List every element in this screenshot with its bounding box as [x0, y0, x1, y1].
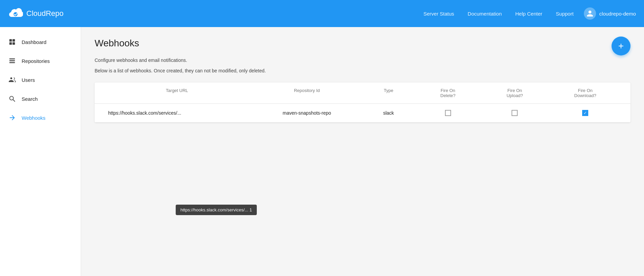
cell-fire-on-delete: [415, 110, 481, 116]
user-menu[interactable]: cloudrepo-demo: [584, 7, 636, 20]
repositories-icon: [8, 57, 16, 65]
sidebar-item-users[interactable]: Users: [0, 70, 81, 89]
cell-repository-id: maven-snapshots-repo: [251, 110, 363, 116]
col-fire-on-delete: Fire OnDelete?: [415, 88, 481, 98]
cell-fire-on-download: [548, 110, 622, 116]
svg-rect-5: [9, 59, 15, 60]
svg-line-10: [13, 100, 15, 102]
col-repository-id: Repository Id: [251, 88, 363, 98]
app-body: Dashboard Repositories Us: [0, 27, 644, 276]
sidebar-label-search: Search: [22, 96, 38, 102]
nav-server-status[interactable]: Server Status: [423, 11, 454, 17]
add-icon: +: [618, 41, 624, 51]
table-row: https://hooks.slack.com/services/... mav…: [95, 104, 630, 122]
col-fire-on-download: Fire OnDownload?: [548, 88, 622, 98]
cloud-logo-icon: [8, 7, 23, 20]
search-icon: [8, 95, 16, 103]
users-icon: [8, 76, 16, 84]
sidebar-item-repositories[interactable]: Repositories: [0, 51, 81, 70]
logo-link[interactable]: CloudRepo: [8, 7, 64, 20]
page-title: Webhooks: [95, 38, 630, 49]
svg-rect-2: [13, 39, 15, 42]
main-content: Webhooks + Configure webhooks and email …: [81, 27, 644, 276]
col-target-url: Target URL: [103, 88, 251, 98]
sidebar-label-webhooks: Webhooks: [22, 115, 46, 121]
svg-point-8: [10, 77, 13, 79]
col-fire-on-upload: Fire OnUpload?: [481, 88, 548, 98]
nav-support[interactable]: Support: [556, 11, 574, 17]
svg-rect-6: [9, 60, 15, 61]
svg-point-9: [10, 96, 14, 100]
webhooks-table: Target URL Repository Id Type Fire OnDel…: [95, 83, 630, 122]
add-webhook-button[interactable]: +: [612, 37, 630, 55]
sidebar-label-repositories: Repositories: [22, 58, 50, 64]
checkbox-fire-on-download[interactable]: [582, 110, 588, 116]
cell-fire-on-upload: [481, 110, 548, 116]
svg-rect-3: [9, 42, 12, 45]
svg-rect-4: [13, 42, 15, 45]
checkbox-fire-on-upload[interactable]: [512, 110, 518, 116]
checkbox-fire-on-delete[interactable]: [445, 110, 451, 116]
sidebar: Dashboard Repositories Us: [0, 27, 81, 276]
col-type: Type: [363, 88, 415, 98]
sidebar-item-search[interactable]: Search: [0, 89, 81, 108]
sidebar-item-dashboard[interactable]: Dashboard: [0, 32, 81, 51]
cell-type: slack: [363, 110, 415, 116]
main-nav: Server Status Documentation Help Center …: [423, 11, 573, 17]
sidebar-item-webhooks[interactable]: Webhooks: [0, 108, 81, 127]
user-avatar-icon: [584, 7, 596, 20]
app-header: CloudRepo Server Status Documentation He…: [0, 0, 644, 27]
svg-rect-7: [9, 62, 15, 63]
nav-help-center[interactable]: Help Center: [515, 11, 542, 17]
dashboard-icon: [8, 38, 16, 46]
nav-documentation[interactable]: Documentation: [468, 11, 502, 17]
tooltip-text: https://hooks.slack.com/services/... 1: [180, 207, 252, 212]
cell-target-url: https://hooks.slack.com/services/...: [103, 110, 251, 116]
username-label: cloudrepo-demo: [599, 11, 636, 17]
logo-text: CloudRepo: [26, 9, 64, 18]
description-1: Configure webhooks and email notificatio…: [95, 57, 630, 64]
sidebar-label-users: Users: [22, 77, 35, 83]
svg-rect-1: [9, 39, 12, 42]
table-header: Target URL Repository Id Type Fire OnDel…: [95, 83, 630, 104]
webhooks-icon: [8, 114, 16, 122]
description-2: Below is a list of webhooks. Once create…: [95, 67, 630, 74]
url-tooltip: https://hooks.slack.com/services/... 1: [176, 205, 257, 215]
sidebar-label-dashboard: Dashboard: [22, 39, 46, 45]
